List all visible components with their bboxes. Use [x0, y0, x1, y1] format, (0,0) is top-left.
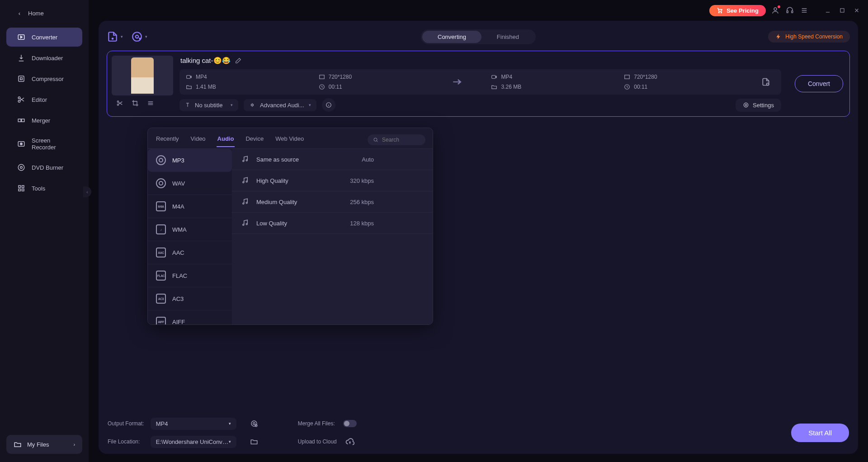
hamburger-menu-icon[interactable] — [799, 5, 809, 15]
svg-point-22 — [117, 101, 118, 102]
format-tab-web-video[interactable]: Web Video — [274, 133, 305, 147]
format-item-wav[interactable]: WAV — [148, 172, 232, 195]
svg-rect-10 — [18, 119, 21, 122]
music-note-icon — [241, 198, 249, 206]
format-search-input[interactable] — [382, 137, 420, 143]
my-files-button[interactable]: My Files › — [6, 435, 82, 454]
svg-point-8 — [18, 97, 20, 99]
format-label: AC3 — [172, 295, 184, 302]
output-format-value: MP4 — [156, 420, 168, 427]
sidebar-item-downloader[interactable]: Downloader — [6, 48, 82, 67]
file-location-select[interactable]: E:\Wondershare UniConverter 1 ▾ — [151, 436, 236, 448]
chevron-down-icon: ▾ — [231, 103, 233, 107]
high-speed-toggle[interactable]: High Speed Conversion — [768, 31, 850, 43]
sidebar-item-label: Merger — [32, 117, 50, 124]
sidebar-item-editor[interactable]: Editor — [6, 90, 82, 109]
sidebar-item-merger[interactable]: Merger — [6, 111, 82, 130]
merge-toggle[interactable] — [343, 420, 357, 427]
sidebar-item-converter[interactable]: Converter — [6, 28, 82, 47]
src-resolution: 720*1280 — [329, 74, 352, 80]
svg-rect-25 — [319, 75, 324, 79]
quality-low[interactable]: Low Quality 128 kbps — [232, 213, 433, 234]
target-icon — [743, 102, 749, 108]
format-item-ac3[interactable]: AC3AC3 — [148, 287, 232, 310]
trim-button[interactable] — [114, 98, 125, 108]
quality-high[interactable]: High Quality 320 kbps — [232, 170, 433, 191]
music-note-icon — [241, 155, 249, 163]
titlebar: See Pricing — [0, 0, 868, 21]
grid-icon — [17, 184, 25, 192]
format-item-wma[interactable]: ♪WMA — [148, 218, 232, 241]
sidebar-home-label: Home — [28, 10, 44, 17]
svg-point-33 — [745, 104, 747, 106]
clock-icon — [319, 84, 325, 90]
chevron-right-icon: › — [74, 442, 75, 447]
account-icon[interactable] — [770, 5, 780, 15]
sidebar-item-compressor[interactable]: Compressor — [6, 69, 82, 88]
chevron-down-icon: ▾ — [145, 34, 147, 39]
add-from-dvd-button[interactable]: ▾ — [131, 31, 147, 43]
see-pricing-button[interactable]: See Pricing — [709, 5, 766, 16]
video-icon — [186, 74, 192, 80]
sidebar-item-screen-recorder[interactable]: Screen Recorder — [6, 132, 82, 156]
format-tab-device[interactable]: Device — [245, 133, 264, 147]
cloud-upload-button[interactable] — [343, 435, 357, 448]
svg-point-44 — [243, 224, 244, 225]
format-item-flac[interactable]: FLACFLAC — [148, 264, 232, 287]
format-list[interactable]: MP3 WAV M4AM4A ♪WMA AACAAC FLACFLAC AC3A… — [148, 149, 232, 324]
svg-point-37 — [374, 138, 377, 141]
svg-rect-26 — [492, 76, 495, 79]
info-button[interactable] — [322, 98, 335, 112]
sidebar-home[interactable]: ‹ Home — [6, 5, 82, 22]
sidebar-collapse-toggle[interactable]: ‹ — [83, 186, 91, 197]
headset-icon[interactable] — [785, 5, 795, 15]
svg-rect-3 — [787, 11, 788, 13]
svg-rect-4 — [792, 11, 793, 13]
format-item-aiff[interactable]: AIFFAIFF — [148, 310, 232, 324]
quality-name: Low Quality — [256, 220, 287, 227]
crop-button[interactable] — [130, 98, 141, 108]
svg-rect-18 — [19, 189, 21, 191]
convert-button[interactable]: Convert — [795, 75, 843, 92]
format-label: WAV — [172, 180, 185, 187]
more-edit-button[interactable] — [145, 98, 156, 108]
sidebar: ‹ Home Converter Downloader Compressor E… — [0, 0, 89, 462]
format-item-aac[interactable]: AACAAC — [148, 241, 232, 264]
svg-point-13 — [20, 143, 23, 145]
format-item-mp3[interactable]: MP3 — [148, 149, 232, 172]
quality-same-as-source[interactable]: Same as source Auto — [232, 149, 433, 170]
open-folder-button[interactable] — [247, 435, 261, 448]
add-file-button[interactable]: ▾ — [107, 31, 123, 43]
file-card[interactable]: talking cat-😊😂 MP4 720*1280 MP4 720*1280… — [107, 51, 850, 117]
svg-point-34 — [251, 421, 257, 426]
svg-point-32 — [744, 103, 748, 107]
format-item-m4a[interactable]: M4AM4A — [148, 195, 232, 218]
svg-point-43 — [246, 202, 247, 204]
download-icon — [17, 54, 25, 62]
folder-icon — [14, 440, 22, 448]
audio-select[interactable]: Advanced Audi... ▾ — [244, 99, 316, 111]
format-tab-video[interactable]: Video — [190, 133, 207, 147]
edit-title-icon[interactable] — [235, 57, 241, 64]
close-button[interactable] — [852, 5, 862, 15]
sidebar-item-dvd-burner[interactable]: DVD Burner — [6, 158, 82, 177]
format-search[interactable] — [368, 134, 425, 145]
tab-finished[interactable]: Finished — [481, 31, 534, 43]
output-settings-button[interactable] — [247, 417, 261, 430]
subtitle-select[interactable]: No subtitle ▾ — [179, 99, 238, 111]
maximize-button[interactable] — [837, 5, 847, 15]
minimize-button[interactable] — [823, 5, 833, 15]
quality-value: 320 kbps — [350, 177, 424, 184]
output-settings-icon[interactable] — [757, 77, 775, 86]
format-tab-recently[interactable]: Recently — [155, 133, 180, 147]
src-size: 1.41 MB — [196, 84, 216, 90]
quality-medium[interactable]: Medium Quality 256 kbps — [232, 191, 433, 213]
output-format-select[interactable]: MP4 ▾ — [151, 418, 236, 430]
svg-point-1 — [721, 12, 722, 13]
format-tab-audio[interactable]: Audio — [217, 133, 235, 147]
start-all-button[interactable]: Start All — [791, 424, 849, 442]
sidebar-item-tools[interactable]: Tools — [6, 179, 82, 198]
merge-icon — [17, 116, 25, 124]
file-settings-button[interactable]: Settings — [736, 99, 781, 112]
tab-converting[interactable]: Converting — [422, 31, 481, 43]
